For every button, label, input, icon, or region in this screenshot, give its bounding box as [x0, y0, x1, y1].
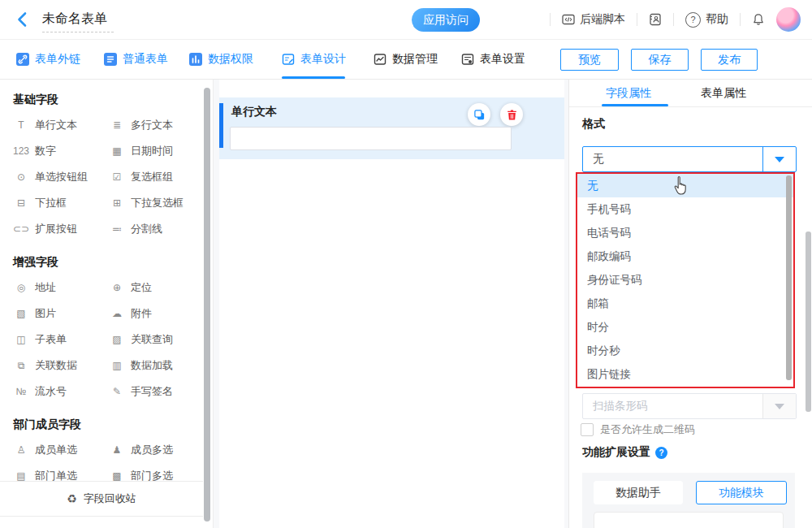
barcode-select-caret-box	[762, 394, 796, 418]
help-button[interactable]: ? 帮助	[685, 12, 728, 28]
help-icon: ?	[685, 12, 701, 28]
field-type-item[interactable]: ⊕ 定位	[109, 275, 213, 301]
tab-normal-form[interactable]: 普通表单	[104, 40, 168, 79]
field-type-icon: ◎	[13, 282, 29, 293]
field-type-label: 扩展按钮	[35, 222, 77, 236]
field-type-item[interactable]: ◫ 子表单	[13, 327, 109, 353]
format-option[interactable]: 邮箱	[577, 292, 793, 316]
field-type-item[interactable]: T 单行文本	[13, 112, 109, 138]
member-card-button[interactable]	[649, 13, 662, 26]
tab-field-properties[interactable]: 字段属性	[606, 80, 651, 106]
field-type-label: 日期时间	[131, 144, 173, 158]
field-type-item[interactable]: ☑ 复选框组	[109, 164, 213, 190]
data-helper-button[interactable]: 数据助手	[594, 481, 683, 504]
tab-data-permission[interactable]: 数据权限	[189, 40, 253, 79]
form-title[interactable]: 未命名表单	[42, 11, 114, 32]
save-button[interactable]: 保存	[631, 49, 689, 71]
extension-help-icon[interactable]: ?	[655, 447, 667, 459]
field-type-item[interactable]: ⊞ 下拉复选框	[109, 190, 213, 216]
format-option[interactable]: 电话号码	[577, 221, 793, 245]
panel-active-tab-underline	[602, 104, 668, 106]
tab-data-management[interactable]: 数据管理	[374, 40, 438, 79]
format-option[interactable]: 手机号码	[577, 197, 793, 221]
field-type-label: 图片	[35, 306, 56, 321]
field-type-item[interactable]: ⊙ 单选按钮组	[13, 164, 109, 190]
tab-label: 普通表单	[123, 52, 168, 67]
field-type-icon: №	[13, 386, 29, 397]
form-settings-icon	[461, 53, 474, 66]
field-type-label: 单选按钮组	[35, 170, 88, 184]
dropdown-scrollbar[interactable]	[786, 175, 792, 380]
format-label: 格式	[582, 117, 605, 132]
field-type-icon: ⊂⊃	[13, 223, 29, 235]
format-option-label: 电话号码	[587, 226, 631, 240]
form-canvas: 单行文本	[214, 80, 568, 528]
field-type-item[interactable]: ≕ 分割线	[109, 216, 213, 242]
tab-label: 数据权限	[208, 52, 253, 67]
format-option[interactable]: 时分	[577, 316, 793, 340]
format-option[interactable]: 身份证号码	[577, 268, 793, 292]
field-type-item[interactable]: ☁ 附件	[109, 301, 213, 327]
field-type-icon: ≣	[109, 119, 125, 131]
app-access-button[interactable]: 应用访问	[412, 8, 480, 32]
field-type-label: 下拉框	[35, 196, 67, 210]
format-option[interactable]: 时分秒	[577, 340, 793, 363]
field-type-label: 多行文本	[131, 118, 173, 132]
selection-accent-bar	[219, 103, 223, 148]
field-recycle-bin[interactable]: ♻ 字段回收站	[0, 481, 203, 517]
panel-scrollbar[interactable]	[806, 232, 811, 412]
format-option[interactable]: 无	[577, 174, 793, 197]
field-type-item[interactable]: 123 数字	[13, 138, 109, 164]
field-library-sidebar: 基础字段 T 单行文本 ≣ 多行文本 123 数字 ▦ 日期时间 ⊙	[0, 80, 214, 528]
field-type-item[interactable]: ⧉ 关联数据	[13, 353, 109, 379]
field-type-item[interactable]: ♙ 成员单选	[13, 437, 109, 463]
qrcode-checkbox[interactable]	[581, 423, 594, 436]
format-select[interactable]: 无	[582, 146, 797, 172]
field-type-item[interactable]: ▨ 关联查询	[109, 327, 213, 353]
qrcode-checkbox-row[interactable]: 是否允许生成二维码	[581, 422, 695, 437]
notification-bell-button[interactable]	[752, 13, 765, 26]
field-type-item[interactable]: № 流水号	[13, 379, 109, 405]
function-module-button[interactable]: 功能模块	[696, 481, 787, 504]
field-type-item[interactable]: ♟ 成员多选	[109, 437, 213, 463]
field-type-item[interactable]: ◎ 地址	[13, 275, 109, 301]
field-type-label: 数字	[35, 144, 56, 158]
section-title-basic: 基础字段	[13, 93, 213, 107]
backend-script-button[interactable]: 后端脚本	[562, 12, 625, 27]
section-title-member: 部门成员字段	[13, 418, 213, 432]
field-type-icon: ♟	[109, 444, 125, 456]
tab-form-settings[interactable]: 表单设置	[461, 40, 525, 79]
field-input[interactable]	[230, 127, 512, 150]
tab-form-design[interactable]: 表单设计	[282, 40, 346, 79]
field-type-label: 子表单	[35, 332, 67, 347]
field-type-label: 关联数据	[35, 358, 77, 373]
active-tab-underline	[282, 76, 345, 79]
delete-field-button[interactable]	[500, 103, 523, 126]
field-type-item[interactable]: ≣ 多行文本	[109, 112, 213, 138]
field-type-item[interactable]: ▧ 图片	[13, 301, 109, 327]
field-type-item[interactable]: ⊂⊃ 扩展按钮	[13, 216, 109, 242]
tab-form-properties[interactable]: 表单属性	[701, 80, 746, 106]
field-type-item[interactable]: ▦ 日期时间	[109, 138, 213, 164]
field-type-item[interactable]: ✎ 手写签名	[109, 379, 213, 405]
sidebar-scrollbar[interactable]	[204, 88, 210, 522]
barcode-select-disabled[interactable]: 扫描条形码	[582, 393, 797, 419]
field-type-item[interactable]: ⊟ 下拉框	[13, 190, 109, 216]
field-type-icon: ✎	[109, 386, 125, 397]
field-type-label: 流水号	[35, 384, 67, 399]
back-icon[interactable]	[13, 10, 32, 29]
field-type-item[interactable]: ▥ 数据加载	[109, 353, 213, 379]
selected-field-card[interactable]: 单行文本	[219, 97, 564, 159]
copy-field-button[interactable]	[468, 103, 490, 126]
publish-button[interactable]: 发布	[701, 49, 758, 71]
chevron-down-icon	[775, 157, 784, 162]
preview-button[interactable]: 预览	[560, 49, 619, 71]
extension-settings-box: 数据助手 功能模块	[582, 473, 795, 528]
format-option-label: 时分秒	[587, 344, 620, 358]
tab-label: 表单外链	[35, 52, 80, 67]
format-option[interactable]: 邮政编码	[577, 245, 793, 268]
field-type-label: 成员单选	[35, 443, 77, 457]
format-option[interactable]: 图片链接	[577, 363, 793, 387]
user-avatar[interactable]	[776, 7, 801, 32]
tab-external-link[interactable]: 表单外链	[16, 40, 80, 79]
